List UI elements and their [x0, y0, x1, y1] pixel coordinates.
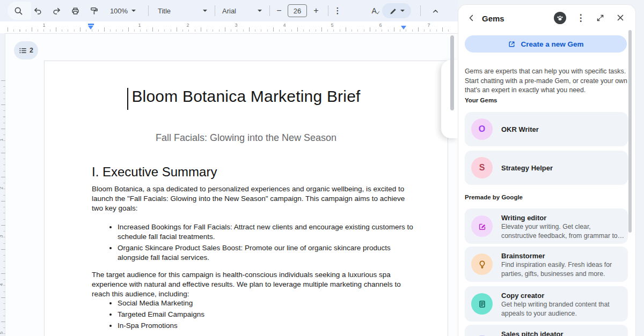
toolbar-divider: [328, 5, 328, 16]
ruler-ticks: [1, 80, 5, 336]
paragraph-style-select[interactable]: Title: [156, 3, 209, 18]
font-select[interactable]: Arial: [220, 3, 264, 18]
horizontal-ruler[interactable]: 1 1 2 3 4 5 6 7: [0, 21, 458, 33]
left-indent-marker[interactable]: [88, 24, 94, 29]
indent-triangle: [401, 26, 406, 29]
gem-avatar: [471, 293, 493, 315]
ruler-number: 1: [0, 138, 4, 141]
gem-card-writing-editor[interactable]: Writing editor Elevate your writing. Get…: [465, 208, 628, 244]
close-icon[interactable]: [613, 10, 628, 25]
ruler-number: 2: [0, 186, 4, 189]
style-value: Title: [158, 7, 171, 15]
ruler-number: 1: [42, 23, 45, 28]
document-icon: [478, 300, 487, 309]
spell-checkmark: ✓: [376, 10, 380, 16]
gem-description: Get help writing branded content that ap…: [501, 300, 626, 318]
toolbar-divider: [420, 5, 421, 16]
list-item[interactable]: Targeted Email Campaigns: [118, 310, 414, 319]
gem-name: Brainstormer: [501, 252, 545, 260]
document-subtitle-text[interactable]: Fall Facials: Glowing into the New Seaso…: [45, 132, 448, 144]
your-gems-label: Your Gems: [465, 97, 497, 103]
toolbar-divider: [148, 5, 149, 16]
list-item[interactable]: Social Media Marketing: [118, 298, 414, 308]
more-options-icon[interactable]: ⋮: [332, 3, 343, 18]
ruler-number: 3: [0, 235, 4, 237]
undo-icon[interactable]: [31, 3, 44, 18]
zoom-select[interactable]: 100%: [106, 3, 140, 18]
panel-title: Gems: [482, 14, 504, 23]
chevron-down-icon: [203, 10, 207, 12]
ruler-number: 7: [427, 23, 430, 28]
document-scrollbar[interactable]: [450, 35, 454, 110]
paragraph[interactable]: Bloom Botanica, a spa dedicated to perso…: [92, 184, 409, 213]
ruler-number: 3: [235, 23, 237, 28]
edit-icon: [478, 222, 487, 231]
gem-card-okr-writer[interactable]: O OKR Writer: [465, 112, 628, 146]
bullet-list[interactable]: Social Media Marketing Targeted Email Ca…: [92, 298, 414, 332]
ruler-number: 6: [379, 23, 382, 28]
document-page[interactable]: Bloom Botanica Marketing Brief Fall Faci…: [44, 61, 448, 336]
paragraph[interactable]: The target audience for this campaign is…: [92, 270, 409, 299]
gem-card-sales-pitch-ideator[interactable]: Sales pitch ideator: [465, 325, 628, 336]
decrease-font-size-button[interactable]: −: [274, 3, 284, 18]
premade-by-google-label: Premade by Google: [465, 194, 523, 200]
toolbar-divider: [215, 5, 215, 16]
right-indent-marker[interactable]: [401, 26, 406, 29]
list-item[interactable]: In-Spa Promotions: [118, 321, 414, 331]
gem-name: Writing editor: [501, 214, 546, 222]
gem-avatar: [471, 253, 493, 275]
panel-more-options-icon[interactable]: ⋮: [573, 10, 588, 25]
increase-font-size-button[interactable]: +: [311, 3, 321, 18]
gem-description: Elevate your writing. Get clear, constru…: [501, 222, 626, 240]
gem-card-brainstormer[interactable]: Brainstormer Find inspiration easily. Fr…: [465, 247, 628, 282]
show-document-tabs-button[interactable]: 2: [14, 41, 38, 59]
gem-name: Copy creator: [501, 292, 544, 300]
search-icon[interactable]: [12, 3, 25, 18]
document-heading[interactable]: I. Executive Summary: [92, 165, 217, 180]
docs-toolbar: 100% Title Arial − 26 + ⋮ A✓: [0, 0, 458, 21]
font-size-input[interactable]: 26: [288, 4, 307, 17]
panel-scrollbar[interactable]: [628, 30, 632, 233]
expand-panel-icon[interactable]: [592, 10, 608, 25]
avatar[interactable]: [554, 12, 566, 24]
background-card-edge: [441, 60, 458, 138]
ruler-number: 5: [331, 23, 333, 28]
paint-format-icon[interactable]: [87, 3, 100, 18]
bullet-list[interactable]: Increased Bookings for Fall Facials: Att…: [92, 222, 414, 264]
pen-icon: [389, 7, 397, 15]
document-title-text[interactable]: Bloom Botanica Marketing Brief: [45, 87, 448, 106]
gem-card-strategy-helper[interactable]: S Strategy Helper: [465, 151, 628, 185]
redo-icon[interactable]: [50, 3, 63, 18]
ruler-number: 1: [138, 23, 141, 28]
ruler-number: 4: [283, 23, 286, 28]
list-item[interactable]: Increased Bookings for Fall Facials: Att…: [118, 222, 414, 242]
gem-initial: O: [479, 124, 485, 134]
editing-mode-select[interactable]: [382, 3, 411, 18]
ruler-ticks: [8, 27, 452, 32]
tabs-count-badge: 2: [30, 47, 33, 54]
open-in-new-icon: [508, 40, 516, 48]
gem-card-copy-creator[interactable]: Copy creator Get help writing branded co…: [465, 286, 628, 322]
list-item[interactable]: Organic Skincare Product Sales Boost: Pr…: [118, 243, 414, 263]
gem-avatar: S: [471, 157, 493, 178]
indent-triangle: [88, 26, 93, 29]
zoom-value: 100%: [110, 7, 128, 15]
gems-panel: Gems ⋮ Create a new Gem Gems are experts…: [458, 4, 636, 336]
create-new-gem-button[interactable]: Create a new Gem: [465, 35, 627, 53]
first-line-indent-marker[interactable]: [88, 24, 94, 25]
gems-description: Gems are experts that can help you with …: [465, 67, 630, 95]
kebab-glyph: ⋮: [334, 6, 342, 16]
hide-toolbar-icon[interactable]: [428, 3, 442, 18]
print-icon[interactable]: [69, 3, 82, 18]
ruler-number: 5: [0, 331, 4, 334]
ruler-number: 4: [0, 283, 4, 286]
vertical-ruler[interactable]: 1 2 3 4 5: [1, 80, 5, 336]
back-icon[interactable]: [464, 10, 479, 25]
chevron-down-icon: [400, 10, 405, 12]
lightbulb-icon: [478, 260, 487, 269]
chevron-down-icon: [131, 10, 136, 12]
font-size-value: 26: [294, 7, 301, 15]
spell-check-icon[interactable]: A✓: [369, 3, 383, 18]
gem-name: Sales pitch ideator: [501, 330, 564, 336]
ruler-number: 2: [186, 23, 189, 28]
